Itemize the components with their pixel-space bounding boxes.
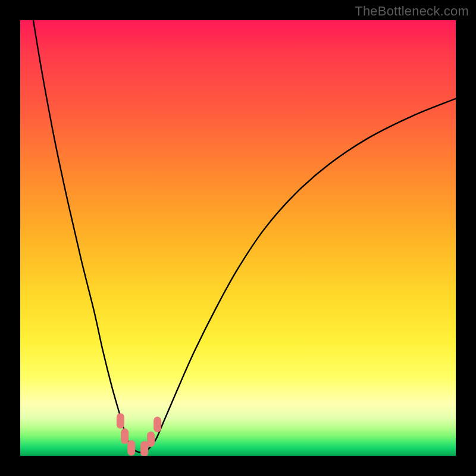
plot-area xyxy=(20,20,456,456)
bottleneck-curve xyxy=(20,20,456,456)
curve-marker xyxy=(127,440,135,456)
curve-marker xyxy=(121,428,129,444)
curve-marker xyxy=(154,416,161,432)
curve-marker xyxy=(147,431,155,447)
curve-path xyxy=(33,20,456,452)
curve-marker xyxy=(117,413,124,428)
chart-frame: TheBottleneck.com xyxy=(0,0,476,476)
watermark-text: TheBottleneck.com xyxy=(355,4,469,19)
